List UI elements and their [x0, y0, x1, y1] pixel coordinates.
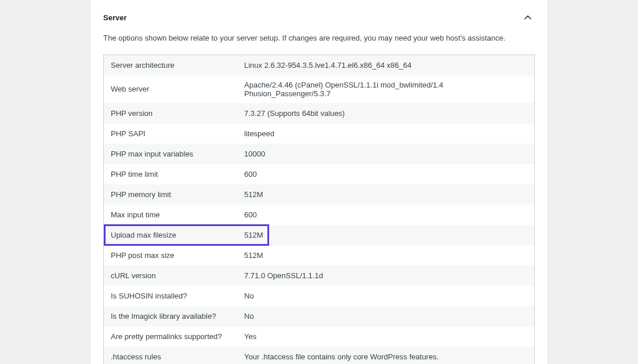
- table-row: Server architectureLinux 2.6.32-954.3.5.…: [104, 55, 534, 75]
- row-label: Is the Imagick library available?: [104, 307, 237, 326]
- row-label: Are pretty permalinks supported?: [104, 327, 237, 346]
- table-row: cURL version7.71.0 OpenSSL/1.1.1d: [104, 265, 534, 286]
- table-row: .htaccess rulesYour .htaccess file conta…: [104, 347, 534, 365]
- row-label: Server architecture: [104, 56, 237, 75]
- server-info-table: Server architectureLinux 2.6.32-954.3.5.…: [103, 54, 535, 365]
- panel-wrapper: Server The options shown below relate to…: [90, 0, 548, 364]
- row-value: No: [237, 307, 534, 326]
- row-value: Your .htaccess file contains only core W…: [237, 347, 534, 365]
- row-label: Max input time: [104, 205, 237, 224]
- chevron-up-icon: [521, 10, 535, 24]
- row-value: 512M: [237, 225, 534, 245]
- row-label: PHP post max size: [104, 246, 237, 265]
- table-row: Are pretty permalinks supported?Yes: [104, 326, 534, 347]
- table-row: Web serverApache/2.4.46 (cPanel) OpenSSL…: [104, 75, 534, 103]
- row-value: Apache/2.4.46 (cPanel) OpenSSL/1.1.1i mo…: [237, 75, 534, 103]
- row-value: 512M: [237, 185, 534, 204]
- table-row: PHP post max size512M: [104, 245, 534, 265]
- table-row: PHP version7.3.27 (Supports 64bit values…: [104, 103, 534, 123]
- panel-title: Server: [103, 13, 126, 22]
- row-label: PHP max input variables: [104, 144, 237, 163]
- row-label: PHP memory limit: [104, 185, 237, 204]
- table-row: PHP memory limit512M: [104, 184, 534, 205]
- server-panel: Server The options shown below relate to…: [90, 0, 548, 364]
- row-value: 600: [237, 165, 534, 184]
- table-row: Max input time600: [104, 205, 534, 225]
- row-value: 512M: [237, 246, 534, 265]
- row-label: cURL version: [104, 266, 237, 285]
- row-value: 7.3.27 (Supports 64bit values): [237, 104, 534, 123]
- row-value: 600: [237, 205, 534, 224]
- panel-description: The options shown below relate to your s…: [103, 32, 535, 44]
- row-label: Web server: [104, 79, 237, 99]
- table-row: PHP SAPIlitespeed: [104, 123, 534, 144]
- row-label: PHP SAPI: [104, 124, 237, 143]
- row-label: PHP time limit: [104, 165, 237, 184]
- panel-header[interactable]: Server: [103, 0, 535, 32]
- row-label: Is SUHOSIN installed?: [104, 286, 237, 305]
- table-row: PHP max input variables10000: [104, 144, 534, 164]
- row-label: PHP version: [104, 104, 237, 123]
- row-value: Linux 2.6.32-954.3.5.lve1.4.71.el6.x86_6…: [237, 56, 534, 75]
- table-row: Upload max filesize512M: [104, 225, 534, 245]
- table-row: PHP time limit600: [104, 164, 534, 184]
- row-label: .htaccess rules: [104, 347, 237, 365]
- table-row: Is SUHOSIN installed?No: [104, 286, 534, 306]
- row-value: No: [237, 286, 534, 305]
- row-value: litespeed: [237, 124, 534, 143]
- row-label: Upload max filesize: [104, 225, 237, 245]
- table-row: Is the Imagick library available?No: [104, 306, 534, 326]
- row-value: Yes: [237, 327, 534, 346]
- row-value: 10000: [237, 144, 534, 163]
- row-value: 7.71.0 OpenSSL/1.1.1d: [237, 266, 534, 285]
- panel-body: The options shown below relate to your s…: [103, 32, 535, 364]
